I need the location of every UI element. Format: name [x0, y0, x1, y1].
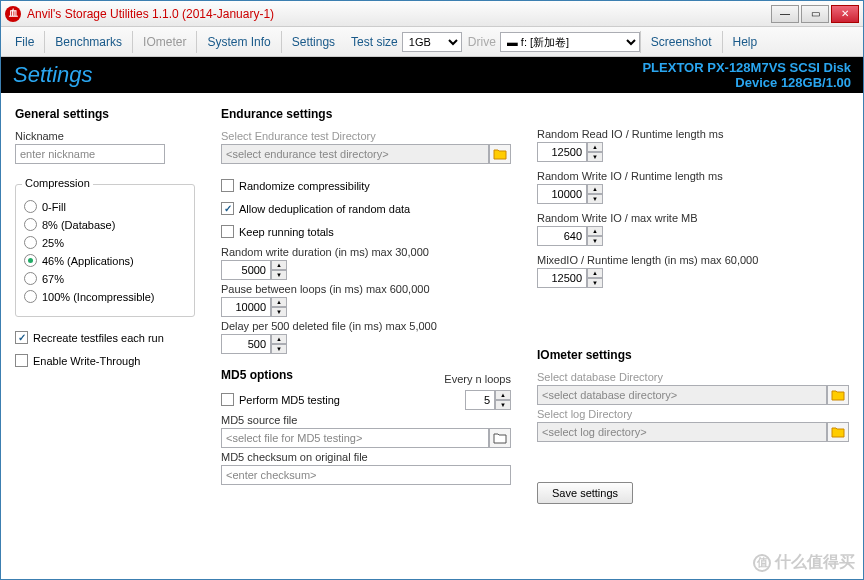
- spin-up[interactable]: ▲: [271, 260, 287, 270]
- radio-100pct-label: 100% (Incompressible): [42, 291, 155, 303]
- endurance-heading: Endurance settings: [221, 107, 511, 121]
- rw-duration-label: Random write duration (in ms) max 30,000: [221, 246, 511, 258]
- test-size-label: Test size: [345, 35, 402, 49]
- close-button[interactable]: ✕: [831, 5, 859, 23]
- menu-screenshot[interactable]: Screenshot: [640, 31, 722, 53]
- iometer-db-label: Select database Directory: [537, 371, 849, 383]
- radio-67pct[interactable]: 67%: [24, 272, 186, 285]
- menu-system-info[interactable]: System Info: [196, 31, 280, 53]
- spin-up[interactable]: ▲: [587, 142, 603, 152]
- radio-0fill[interactable]: 0-Fill: [24, 200, 186, 213]
- test-size-dropdown[interactable]: 1GB: [402, 32, 462, 52]
- menu-help[interactable]: Help: [722, 31, 768, 53]
- spin-down[interactable]: ▼: [587, 278, 603, 288]
- recreate-label: Recreate testfiles each run: [33, 332, 164, 344]
- menubar: File Benchmarks IOmeter System Info Sett…: [1, 27, 863, 57]
- spin-down[interactable]: ▼: [271, 307, 287, 317]
- mixed-input[interactable]: [537, 268, 587, 288]
- write-through-checkbox[interactable]: Enable Write-Through: [15, 354, 195, 367]
- spin-down[interactable]: ▼: [587, 152, 603, 162]
- general-heading: General settings: [15, 107, 195, 121]
- radio-8pct-label: 8% (Database): [42, 219, 115, 231]
- mixed-label: MixedIO / Runtime length (in ms) max 60,…: [537, 254, 849, 266]
- menu-iometer[interactable]: IOmeter: [132, 31, 196, 53]
- spin-up[interactable]: ▲: [271, 297, 287, 307]
- spin-down[interactable]: ▼: [587, 194, 603, 204]
- md5-checksum-label: MD5 checksum on original file: [221, 451, 511, 463]
- spin-up[interactable]: ▲: [587, 184, 603, 194]
- spin-up[interactable]: ▲: [587, 268, 603, 278]
- dedup-checkbox[interactable]: Allow deduplication of random data: [221, 202, 511, 215]
- md5-source-browse[interactable]: [489, 428, 511, 448]
- rw-duration-input[interactable]: [221, 260, 271, 280]
- spin-up[interactable]: ▲: [587, 226, 603, 236]
- nickname-input[interactable]: [15, 144, 165, 164]
- delay-label: Delay per 500 deleted file (in ms) max 5…: [221, 320, 511, 332]
- radio-8pct[interactable]: 8% (Database): [24, 218, 186, 231]
- randomize-checkbox[interactable]: Randomize compressibility: [221, 179, 511, 192]
- endurance-dir-browse[interactable]: [489, 144, 511, 164]
- menu-benchmarks[interactable]: Benchmarks: [44, 31, 132, 53]
- keep-totals-checkbox[interactable]: Keep running totals: [221, 225, 511, 238]
- radio-46pct[interactable]: 46% (Applications): [24, 254, 186, 267]
- radio-0fill-label: 0-Fill: [42, 201, 66, 213]
- rr-label: Random Read IO / Runtime length ms: [537, 128, 849, 140]
- titlebar: 血 Anvil's Storage Utilities 1.1.0 (2014-…: [1, 1, 863, 27]
- radio-46pct-label: 46% (Applications): [42, 255, 134, 267]
- spin-down[interactable]: ▼: [495, 400, 511, 410]
- pause-label: Pause between loops (in ms) max 600,000: [221, 283, 511, 295]
- menu-settings[interactable]: Settings: [281, 31, 345, 53]
- radio-67pct-label: 67%: [42, 273, 64, 285]
- randomize-label: Randomize compressibility: [239, 180, 370, 192]
- minimize-button[interactable]: —: [771, 5, 799, 23]
- md5-source-label: MD5 source file: [221, 414, 511, 426]
- banner-title: Settings: [13, 62, 642, 88]
- radio-25pct[interactable]: 25%: [24, 236, 186, 249]
- keep-totals-label: Keep running totals: [239, 226, 334, 238]
- folder-icon: [493, 432, 507, 444]
- device-info: Device 128GB/1.00: [642, 75, 851, 90]
- iometer-db-browse[interactable]: [827, 385, 849, 405]
- menu-file[interactable]: File: [5, 31, 44, 53]
- dedup-label: Allow deduplication of random data: [239, 203, 410, 215]
- banner: Settings PLEXTOR PX-128M7VS SCSI Disk De…: [1, 57, 863, 93]
- drive-dropdown[interactable]: ▬ f: [新加卷]: [500, 32, 640, 52]
- compression-heading: Compression: [22, 177, 93, 189]
- endurance-dir-label: Select Endurance test Directory: [221, 130, 511, 142]
- every-n-input[interactable]: [465, 390, 495, 410]
- md5-source-input[interactable]: [221, 428, 489, 448]
- drive-label: Drive: [462, 35, 500, 49]
- folder-icon: [831, 426, 845, 438]
- md5-perform-checkbox[interactable]: Perform MD5 testing: [221, 393, 340, 406]
- write-through-label: Enable Write-Through: [33, 355, 140, 367]
- recreate-checkbox[interactable]: Recreate testfiles each run: [15, 331, 195, 344]
- rw-label: Random Write IO / Runtime length ms: [537, 170, 849, 182]
- spin-down[interactable]: ▼: [271, 270, 287, 280]
- rwmax-input[interactable]: [537, 226, 587, 246]
- iometer-heading: IOmeter settings: [537, 348, 849, 362]
- save-settings-button[interactable]: Save settings: [537, 482, 633, 504]
- rr-input[interactable]: [537, 142, 587, 162]
- md5-heading: MD5 options: [221, 368, 293, 382]
- iometer-log-browse[interactable]: [827, 422, 849, 442]
- iometer-log-input[interactable]: [537, 422, 827, 442]
- maximize-button[interactable]: ▭: [801, 5, 829, 23]
- nickname-label: Nickname: [15, 130, 195, 142]
- window-title: Anvil's Storage Utilities 1.1.0 (2014-Ja…: [27, 7, 771, 21]
- spin-up[interactable]: ▲: [271, 334, 287, 344]
- spin-down[interactable]: ▼: [271, 344, 287, 354]
- spin-down[interactable]: ▼: [587, 236, 603, 246]
- delay-input[interactable]: [221, 334, 271, 354]
- radio-100pct[interactable]: 100% (Incompressible): [24, 290, 186, 303]
- pause-input[interactable]: [221, 297, 271, 317]
- device-name: PLEXTOR PX-128M7VS SCSI Disk: [642, 60, 851, 75]
- app-icon: 血: [5, 6, 21, 22]
- every-n-label: Every n loops: [444, 373, 511, 385]
- folder-icon: [831, 389, 845, 401]
- md5-checksum-input[interactable]: [221, 465, 511, 485]
- spin-up[interactable]: ▲: [495, 390, 511, 400]
- iometer-db-input[interactable]: [537, 385, 827, 405]
- rw-input[interactable]: [537, 184, 587, 204]
- folder-icon: [493, 148, 507, 160]
- endurance-dir-input[interactable]: [221, 144, 489, 164]
